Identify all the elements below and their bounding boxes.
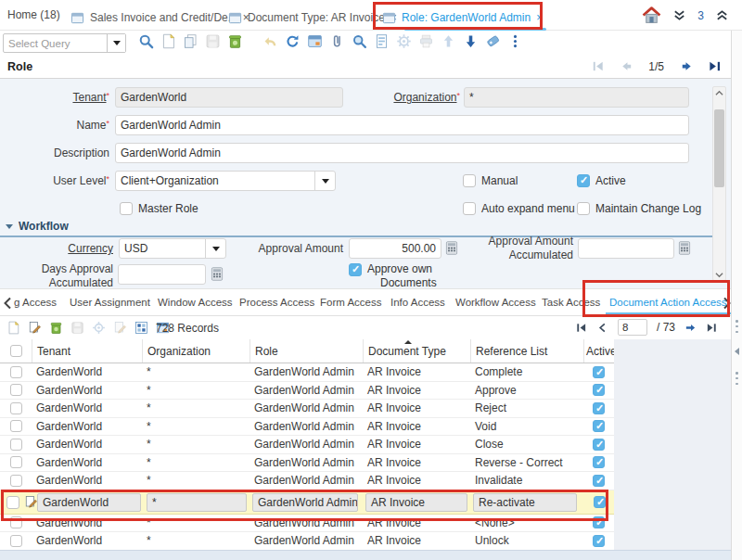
tab-document-type[interactable]: Document Type: AR Invoice × bbox=[228, 6, 397, 30]
currency-dropdown-button[interactable] bbox=[205, 239, 225, 258]
table-row[interactable]: GardenWorld*GardenWorld AdminAR InvoiceC… bbox=[0, 436, 614, 454]
manual-checkbox[interactable] bbox=[463, 174, 476, 187]
active-checkbox[interactable] bbox=[593, 366, 605, 378]
table-row[interactable]: GardenWorld*GardenWorld AdminAR InvoiceU… bbox=[0, 532, 614, 551]
parent-record-button[interactable] bbox=[440, 32, 456, 49]
row-select-checkbox[interactable] bbox=[10, 384, 22, 396]
tab-close-icon[interactable]: × bbox=[536, 11, 543, 24]
row-select-checkbox[interactable] bbox=[6, 496, 19, 509]
tabs-scroll-left-icon[interactable] bbox=[2, 296, 15, 311]
column-header-role[interactable]: Role bbox=[249, 339, 363, 363]
previous-record-icon[interactable] bbox=[620, 59, 633, 73]
detail-tab-window-access[interactable]: Window Access bbox=[158, 297, 233, 308]
grid-customize-button[interactable] bbox=[134, 320, 148, 335]
tab-role-gardenworld-admin[interactable]: Role: GardenWorld Admin × bbox=[382, 6, 543, 30]
column-header-reference-list[interactable]: Reference List bbox=[470, 339, 583, 363]
find-record-button[interactable] bbox=[137, 32, 154, 49]
scroll-down-icon[interactable] bbox=[713, 269, 725, 280]
table-row[interactable]: GardenWorld*GardenWorld AdminAR InvoiceI… bbox=[0, 472, 614, 490]
tab-home[interactable]: Home (18) bbox=[7, 8, 60, 21]
active-checkbox[interactable] bbox=[593, 420, 605, 432]
undo-button[interactable] bbox=[262, 32, 278, 49]
approval-amount-field[interactable]: 500.00 bbox=[349, 238, 441, 259]
maintain-change-log-checkbox[interactable] bbox=[577, 202, 590, 215]
last-record-icon[interactable] bbox=[708, 59, 722, 73]
table-row[interactable]: GardenWorld*GardenWorld AdminAR InvoiceR… bbox=[0, 400, 614, 418]
grid-process-button[interactable] bbox=[91, 320, 106, 335]
collapse-all-icon[interactable] bbox=[672, 8, 686, 22]
scrollbar-thumb[interactable] bbox=[714, 109, 724, 187]
description-field[interactable]: GardenWorld Admin bbox=[115, 143, 689, 163]
row-select-checkbox[interactable] bbox=[10, 475, 22, 487]
table-row[interactable]: GardenWorld*GardenWorld AdminAR Invoice<… bbox=[0, 515, 614, 533]
row-select-checkbox[interactable] bbox=[10, 420, 22, 432]
row-select-checkbox[interactable] bbox=[10, 439, 22, 451]
scroll-up-icon[interactable] bbox=[713, 87, 725, 98]
user-level-dropdown-button[interactable] bbox=[314, 172, 335, 190]
calculator-icon[interactable] bbox=[677, 240, 692, 256]
row-select-checkbox[interactable] bbox=[10, 402, 22, 414]
detail-tab-form-access[interactable]: Form Access bbox=[320, 297, 381, 308]
expand-panel-icon[interactable] bbox=[735, 348, 739, 355]
active-checkbox[interactable] bbox=[593, 516, 605, 528]
select-all-checkbox[interactable] bbox=[10, 345, 22, 357]
column-header-organization[interactable]: Organization bbox=[142, 339, 249, 363]
currency-combobox[interactable]: USD bbox=[119, 238, 226, 259]
detail-tab-user-assignment[interactable]: User Assignment bbox=[70, 297, 150, 308]
refresh-button[interactable] bbox=[284, 32, 301, 49]
user-level-combobox[interactable]: Client+Organization bbox=[115, 171, 336, 191]
delete-record-button[interactable] bbox=[226, 32, 243, 49]
row-select-checkbox[interactable] bbox=[10, 516, 22, 528]
attachment-button[interactable] bbox=[328, 32, 345, 49]
column-header-tenant[interactable]: Tenant bbox=[32, 339, 142, 363]
active-checkbox[interactable] bbox=[593, 402, 605, 414]
row-select-checkbox[interactable] bbox=[10, 456, 22, 468]
zoom-across-button[interactable] bbox=[351, 32, 367, 49]
days-approval-accumulated-field[interactable] bbox=[118, 264, 206, 285]
save-record-button[interactable] bbox=[204, 32, 221, 49]
table-row[interactable]: GardenWorld*GardenWorld AdminAR InvoiceV… bbox=[0, 418, 614, 437]
page-first-icon[interactable] bbox=[575, 322, 587, 334]
grid-edit-button[interactable] bbox=[27, 320, 42, 335]
auto-expand-menu-checkbox[interactable] bbox=[463, 202, 476, 215]
select-query-combobox[interactable]: Select Query bbox=[3, 33, 126, 53]
column-header-document-type[interactable]: Document Type bbox=[363, 339, 470, 363]
approve-own-documents-checkbox[interactable] bbox=[349, 263, 362, 276]
tab-sales-invoice[interactable]: Sales Invoice and Credit/De... × bbox=[70, 6, 249, 30]
detail-tab-workflow-access[interactable]: Workflow Access bbox=[455, 297, 536, 308]
next-record-icon[interactable] bbox=[679, 59, 693, 73]
grid-toggle-button[interactable] bbox=[306, 32, 323, 49]
label-button[interactable] bbox=[484, 32, 501, 49]
table-row-selected[interactable]: GardenWorld*GardenWorld AdminAR InvoiceR… bbox=[0, 490, 614, 515]
copy-record-button[interactable] bbox=[182, 32, 198, 49]
grid-new-button[interactable] bbox=[6, 320, 20, 335]
active-checkbox[interactable] bbox=[593, 439, 605, 451]
active-checkbox[interactable] bbox=[593, 456, 605, 468]
form-scrollbar[interactable] bbox=[712, 86, 726, 281]
active-checkbox[interactable] bbox=[594, 496, 606, 508]
process-button[interactable] bbox=[395, 32, 412, 49]
row-select-checkbox[interactable] bbox=[10, 366, 22, 378]
page-number-input[interactable] bbox=[618, 319, 647, 336]
row-select-checkbox[interactable] bbox=[10, 535, 22, 547]
home-icon[interactable] bbox=[642, 6, 661, 25]
detail-tab-g-access[interactable]: g Access bbox=[14, 297, 57, 308]
more-actions-button[interactable] bbox=[506, 32, 523, 49]
detail-record-button[interactable] bbox=[462, 32, 479, 49]
active-checkbox[interactable] bbox=[577, 174, 590, 187]
page-next-icon[interactable] bbox=[684, 322, 697, 334]
name-field[interactable]: GardenWorld Admin bbox=[115, 115, 689, 135]
calculator-icon[interactable] bbox=[444, 240, 459, 256]
column-header-active[interactable]: Active bbox=[583, 339, 614, 363]
grid-delete-button[interactable] bbox=[48, 320, 63, 335]
grid-save-button[interactable] bbox=[70, 320, 84, 335]
detail-tab-document-action-access[interactable]: Document Action Access bbox=[609, 297, 727, 308]
master-role-checkbox[interactable] bbox=[120, 202, 133, 215]
table-row[interactable]: GardenWorld*GardenWorld AdminAR InvoiceA… bbox=[0, 382, 614, 401]
page-previous-icon[interactable] bbox=[596, 322, 608, 334]
active-checkbox[interactable] bbox=[593, 475, 605, 487]
active-checkbox[interactable] bbox=[593, 384, 605, 396]
table-row[interactable]: GardenWorld*GardenWorld AdminAR InvoiceC… bbox=[0, 363, 614, 382]
table-row[interactable]: GardenWorld*GardenWorld AdminAR InvoiceR… bbox=[0, 454, 614, 473]
east-panel-collapsed[interactable] bbox=[731, 31, 742, 560]
